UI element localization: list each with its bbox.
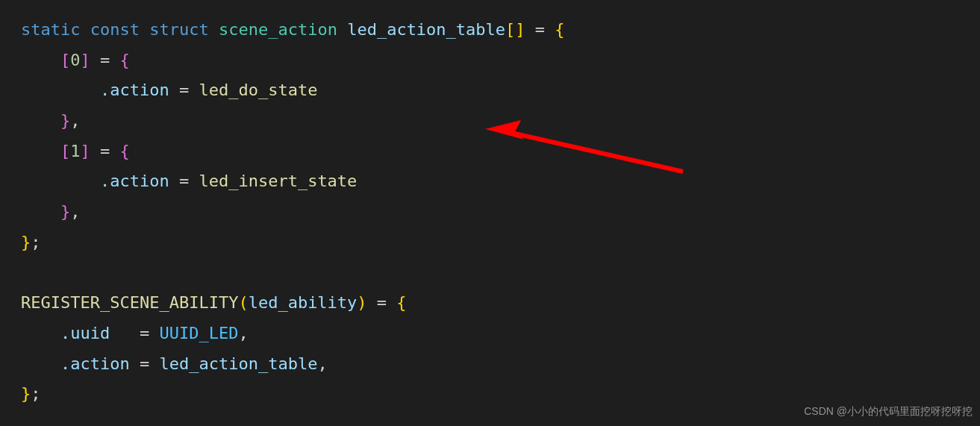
keyword-struct: struct: [149, 15, 208, 46]
constant: UUID_LED: [159, 319, 238, 349]
keyword-const: const: [90, 15, 140, 46]
code-line: .action = led_action_table,: [21, 349, 980, 380]
code-editor[interactable]: static const struct scene_action led_act…: [21, 15, 980, 410]
function-ref: led_do_state: [199, 75, 317, 106]
brace-open: {: [119, 46, 129, 76]
struct-member: .uuid: [60, 319, 110, 349]
code-line: static const struct scene_action led_act…: [21, 15, 980, 46]
brace-open: {: [396, 288, 406, 319]
brace-close: }: [60, 106, 70, 137]
brace-open: {: [119, 137, 129, 167]
bracket-close: ]: [80, 46, 90, 76]
brace-close: }: [21, 228, 31, 258]
brace-close: }: [21, 379, 31, 410]
brace-close: }: [60, 197, 70, 228]
type-name: scene_action: [219, 15, 337, 46]
number-literal: 0: [70, 46, 80, 76]
code-line: [0] = {: [21, 46, 980, 76]
variable-ref: led_action_table: [159, 349, 317, 380]
paren-close: ): [357, 288, 366, 319]
number-literal: 1: [70, 137, 80, 167]
code-line: },: [21, 106, 980, 137]
paren-open: (: [238, 288, 248, 319]
code-line: .uuid = UUID_LED,: [21, 319, 980, 349]
code-line: },: [21, 197, 980, 228]
code-line: };: [21, 228, 980, 258]
bracket-open: [: [60, 46, 70, 76]
code-line: .action = led_do_state: [21, 75, 980, 106]
watermark-text: CSDN @小小的代码里面挖呀挖呀挖: [804, 402, 973, 422]
function-ref: led_insert_state: [199, 166, 357, 197]
code-line: REGISTER_SCENE_ABILITY(led_ability) = {: [21, 288, 980, 319]
struct-member: .action: [100, 75, 169, 106]
struct-member: .action: [60, 349, 130, 380]
code-line: [1] = {: [21, 137, 980, 167]
brackets: []: [505, 15, 525, 46]
argument: led_ability: [249, 288, 358, 319]
blank-line: [21, 258, 980, 289]
bracket-close: ]: [80, 137, 90, 167]
macro-name: REGISTER_SCENE_ABILITY: [21, 288, 238, 319]
variable-name: led_action_table: [347, 15, 505, 46]
brace-open: {: [555, 15, 564, 46]
code-line: .action = led_insert_state: [21, 166, 980, 197]
struct-member: .action: [100, 166, 169, 197]
keyword-static: static: [21, 15, 80, 46]
bracket-open: [: [60, 137, 70, 167]
